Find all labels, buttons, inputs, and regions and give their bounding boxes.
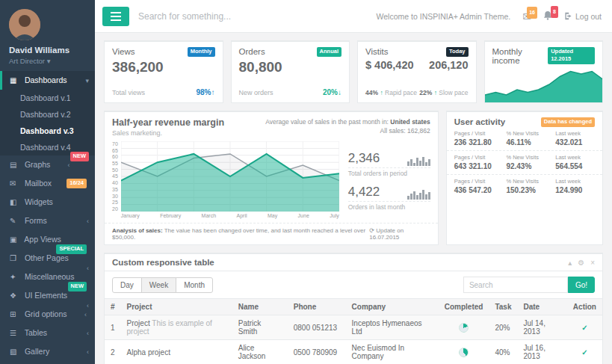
views-delta: 98%↑ (196, 88, 214, 96)
y-axis-labels: 7065605550454035302520 (112, 141, 121, 212)
sidebar-item-mailbox[interactable]: ✉ Mailbox 16/24 (0, 174, 95, 193)
messages-count-badge: 16 (527, 7, 537, 19)
monthly-badge: Monthly (188, 47, 215, 57)
profile: David Williams Art Director ▾ (0, 0, 95, 71)
menu-toggle-button[interactable] (102, 7, 129, 26)
visits-sub-2: 22% ↑ Slow pace (419, 89, 468, 96)
user-role[interactable]: Art Director ▾ (9, 57, 86, 65)
orders-title: Orders (239, 47, 265, 56)
visits-sub-1: 44% ↑ Rapid pace (365, 89, 417, 96)
sidebar-item-graphs[interactable]: ▤ Graphs ‹ (0, 155, 95, 174)
orders-value: 80,800 (232, 57, 350, 75)
table-header-row: # Project Name Phone Company Completed T… (105, 299, 602, 315)
visits-value-2: 206,120 (429, 59, 468, 71)
avatar[interactable] (9, 9, 40, 40)
visits-panel: Vistits Today $ 406,420 206,120 44% ↑ Ra… (357, 40, 477, 103)
welcome-text: Welcome to INSPINIA+ Admin Theme. (377, 12, 511, 21)
grid-options-icon: ⊞ (10, 310, 20, 319)
notifications-button[interactable]: 8 (543, 10, 552, 22)
table-title: Custom responsive table (112, 258, 214, 267)
updated-badge: Updated 12.2015 (548, 47, 595, 64)
settings-icon[interactable]: ⚙ (578, 259, 584, 267)
table-row[interactable]: 1 Project This is example of project Pat… (105, 315, 602, 340)
total-orders-value: 2,346 (348, 151, 380, 166)
week-button[interactable]: Week (141, 277, 176, 293)
forms-icon: ✎ (10, 217, 20, 226)
day-button[interactable]: Day (112, 277, 142, 293)
app: David Williams Art Director ▾ ▦ Dashboar… (0, 0, 612, 364)
messages-button[interactable]: ✉ 16 (522, 11, 531, 22)
views-title: Views (112, 47, 135, 56)
responsive-table-panel: Custom responsive table ▴ ⚙ × Day Week M… (104, 253, 603, 364)
orders-sparkline (407, 152, 430, 166)
orders-panel: Orders Annual 80,800 New orders 20%↓ (231, 40, 350, 103)
sidebar-item-miscellaneous[interactable]: ✦ Miscellaneous NEW (0, 268, 95, 286)
notifications-count-badge: 8 (551, 6, 558, 18)
today-badge: Today (446, 47, 469, 57)
month-button[interactable]: Month (176, 277, 213, 293)
range-button-group: Day Week Month (112, 277, 213, 293)
user-activity-panel: User activity Data has changed Pages / V… (446, 111, 603, 245)
check-icon[interactable]: ✓ (567, 315, 602, 340)
activity-row: Pages / Visit% New VisitsLast week 643 3… (447, 151, 602, 175)
total-orders-label: Total orders in period (348, 170, 430, 177)
income-title: Monthly income (492, 47, 548, 65)
sidebar-item-dashboards[interactable]: ▦ Dashboards ▾ (0, 71, 95, 90)
collapse-icon[interactable]: ▴ (568, 259, 572, 267)
table-row[interactable]: 2 Alpha project Alice Jackson 0500 78090… (105, 340, 602, 364)
revenue-subtitle: Sales marketing. (112, 129, 224, 137)
sign-out-icon (564, 12, 572, 20)
arrow-up-icon: ↑ (380, 89, 383, 96)
monthly-income-chart (485, 65, 603, 102)
search-input[interactable] (138, 11, 333, 22)
visits-title: Vistits (365, 47, 388, 56)
last-month-stat: 4,422 Orders in last month (348, 185, 430, 211)
sidebar-item-grid-options[interactable]: ⊞ Grid options ‹ (0, 305, 95, 324)
mailbox-icon: ✉ (10, 179, 20, 188)
close-icon[interactable]: × (590, 259, 595, 267)
go-button[interactable]: Go! (568, 277, 595, 293)
last-month-sparkline (407, 186, 430, 200)
graphs-icon: ▤ (10, 161, 20, 170)
sidebar-item-other-pages[interactable]: ❐ Other Pages ‹ (0, 249, 95, 268)
revenue-panel: Half-year revenue margin Sales marketing… (104, 111, 439, 245)
logout-button[interactable]: Log out (564, 12, 602, 21)
sidebar-item-dashboard-v1[interactable]: Dashboard v.1 (0, 90, 95, 106)
widgets-icon: ◧ (10, 198, 20, 207)
tables-icon: ☰ (10, 329, 20, 338)
sidebar-item-widgets[interactable]: ◧ Widgets (0, 193, 95, 212)
avatar-image (9, 9, 40, 40)
sidebar-item-ui-elements[interactable]: ❖ UI Elements ‹ (0, 286, 95, 305)
other-pages-icon: ❐ (10, 254, 20, 263)
analysis-text: Analysis of sales: The value has been ch… (112, 227, 369, 241)
sidebar-nav: ▦ Dashboards ▾ Dashboard v.1 Dashboard v… (0, 71, 95, 361)
completed-progress (459, 323, 469, 333)
revenue-average-text: Average value of sales in the past month… (265, 117, 430, 137)
projects-table: # Project Name Phone Company Completed T… (105, 298, 602, 364)
sidebar-item-app-views[interactable]: ▣ App Views SPECIAL (0, 230, 95, 249)
sidebar-item-gallery[interactable]: ▧ Gallery ‹ (0, 342, 95, 361)
ui-elements-icon: ❖ (10, 291, 20, 300)
content: Views Monthly 386,200 Total views 98%↑ O… (95, 33, 612, 364)
revenue-chart (121, 141, 339, 212)
chevron-left-icon: ‹ (84, 310, 87, 319)
gallery-icon: ▧ (10, 348, 20, 357)
x-axis-labels: JanuaryFebruaryMarchAprilMayJuneJuly (121, 213, 339, 218)
chevron-down-icon: ▾ (85, 76, 89, 85)
sidebar-item-dashboard-v3[interactable]: Dashboard v.3 (0, 123, 95, 139)
chevron-left-icon: ‹ (87, 217, 89, 226)
sidebar-item-tables[interactable]: ☰ Tables ‹ (0, 324, 95, 342)
arrow-up-icon: ↑ (211, 88, 215, 96)
sidebar-item-forms[interactable]: ✎ Forms ‹ (0, 212, 95, 230)
user-activity-title: User activity (454, 117, 505, 126)
table-search-input[interactable] (463, 277, 568, 293)
sidebar-item-dashboard-v2[interactable]: Dashboard v.2 (0, 106, 95, 123)
check-icon[interactable]: ✓ (567, 340, 602, 364)
revenue-title: Half-year revenue margin (112, 117, 224, 128)
miscellaneous-icon: ✦ (10, 273, 20, 282)
chevron-left-icon: ‹ (87, 348, 89, 357)
arrow-up-icon: ↑ (434, 89, 437, 96)
orders-label: New orders (239, 89, 273, 96)
sidebar-item-dashboard-v4[interactable]: Dashboard v.4 NEW (0, 139, 95, 155)
activity-row: Pages / Visit% New VisitsLast week 236 3… (447, 127, 602, 151)
